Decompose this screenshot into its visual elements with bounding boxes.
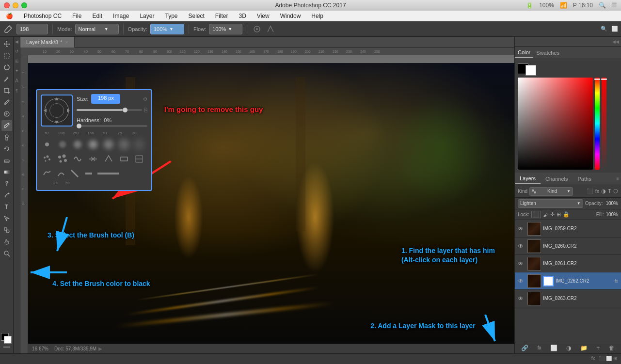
tab-channels[interactable]: Channels	[541, 174, 573, 184]
lock-brush-icon[interactable]: 🖌	[543, 212, 548, 218]
type-filter-icon[interactable]: T	[608, 188, 611, 194]
brush-custom-2[interactable]	[87, 153, 99, 165]
opacity-slider[interactable]	[602, 78, 606, 170]
lock-position-icon[interactable]: ✛	[550, 211, 555, 218]
lock-artboard-icon[interactable]: ⊞	[557, 211, 561, 218]
marquee-tool[interactable]	[1, 50, 12, 61]
brush-size-input[interactable]: 198 px	[91, 94, 120, 104]
airbrush-toggle[interactable]	[252, 24, 262, 34]
brush-preset-5[interactable]	[102, 138, 115, 151]
rotate-canvas-icon[interactable]: ↺	[15, 47, 19, 55]
hand-tool[interactable]	[1, 237, 12, 247]
layer-item-0[interactable]: 👁 IMG_0259.CR2	[515, 220, 621, 237]
panel-collapse-icon[interactable]: ◀◀	[612, 39, 619, 44]
brush-preset-2[interactable]	[56, 138, 69, 151]
color-gradient-field[interactable]	[518, 78, 593, 170]
brush-preset-4[interactable]	[87, 138, 99, 151]
menu-layer[interactable]: Layer	[138, 13, 156, 19]
brush-extra-2[interactable]	[55, 167, 67, 180]
brush-preset-6[interactable]	[118, 138, 130, 151]
brush-extra-1[interactable]	[41, 167, 53, 180]
brush-tool-icon[interactable]	[3, 24, 14, 34]
search-tools-icon[interactable]: 🔍	[601, 26, 607, 32]
layer-item-1[interactable]: 👁 IMG_0260.CR2	[515, 237, 621, 255]
tab-paths[interactable]: Paths	[573, 174, 596, 184]
clone-tool[interactable]	[1, 132, 12, 142]
menu-window[interactable]: Window	[278, 13, 303, 19]
layer-item-4[interactable]: 👁 IMG_0263.CR2	[515, 290, 621, 307]
brush-custom-3[interactable]	[102, 153, 115, 165]
magic-wand-tool[interactable]	[1, 74, 12, 84]
opacity-dropdown[interactable]: 100% ▼	[150, 24, 184, 34]
close-button[interactable]	[4, 2, 10, 8]
lock-all-icon[interactable]: 🔒	[563, 211, 570, 218]
layer-mask-thumb-3[interactable]	[543, 276, 554, 286]
pixel-filter-icon[interactable]: ⬛	[587, 188, 593, 194]
delete-layer-icon[interactable]: 🗑	[609, 345, 615, 351]
menu-view[interactable]: View	[255, 13, 271, 19]
toggle-icon-1[interactable]: ◀	[15, 38, 18, 46]
adj-filter-icon[interactable]: ◑	[601, 188, 606, 194]
brush-scatter-2[interactable]	[56, 153, 69, 165]
hue-slider[interactable]	[595, 78, 600, 170]
paragraph-icon[interactable]: ¶	[16, 87, 18, 95]
menu-3d[interactable]: 3D	[237, 13, 248, 19]
minimize-button[interactable]	[13, 2, 18, 8]
brush-custom-4[interactable]	[118, 153, 130, 165]
menu-edit[interactable]: Edit	[90, 13, 104, 19]
crop-tool[interactable]	[1, 85, 12, 96]
type-tool[interactable]: T	[1, 202, 12, 212]
pen-tool[interactable]	[1, 190, 12, 201]
menu-select[interactable]: Select	[186, 13, 206, 19]
eraser-tool[interactable]	[1, 155, 12, 166]
shapes-tool[interactable]	[1, 225, 12, 236]
hardness-slider[interactable]	[77, 125, 147, 127]
opacity-value[interactable]: 100%	[605, 201, 618, 206]
lasso-tool[interactable]	[1, 62, 12, 73]
menu-image[interactable]: Image	[111, 13, 131, 19]
gradient-tool[interactable]	[1, 167, 12, 177]
tab-swatches[interactable]: Swatches	[533, 48, 562, 58]
brush-settings-icon[interactable]: ⚙	[143, 96, 147, 102]
foreground-background-colors[interactable]	[1, 333, 13, 345]
layers-panel-menu[interactable]: ≡	[614, 174, 621, 183]
tab-layers[interactable]: Layers	[515, 174, 541, 184]
visibility-icon-0[interactable]: 👁	[518, 225, 525, 232]
brush-extra-4[interactable]	[82, 167, 95, 180]
hardness-slider-thumb[interactable]	[77, 124, 81, 128]
brush-custom-5[interactable]	[133, 153, 145, 165]
brush-pressure-icon[interactable]	[265, 24, 276, 34]
brush-preset-1[interactable]	[41, 138, 53, 151]
layer-item-3[interactable]: 👁 IMG_0262.CR2 fx	[515, 272, 621, 290]
aa-icon[interactable]: A	[15, 77, 18, 85]
dropper-icon[interactable]: ✦	[15, 67, 19, 75]
kind-dropdown[interactable]: Kind ▼	[529, 187, 573, 196]
add-mask-icon[interactable]: ⬜	[550, 345, 557, 351]
dodge-tool[interactable]	[1, 178, 12, 189]
window-controls[interactable]	[4, 2, 27, 8]
move-tool[interactable]	[1, 39, 12, 49]
zoom-tool[interactable]	[1, 248, 12, 259]
expand-icon[interactable]: ⬜	[611, 26, 618, 32]
brush-preset-7[interactable]	[133, 138, 145, 151]
add-adjustment-icon[interactable]: ◑	[566, 345, 571, 351]
flow-dropdown[interactable]: 100% ▼	[209, 24, 242, 34]
brush-extra-5[interactable]	[96, 167, 120, 180]
history-tool[interactable]	[1, 143, 12, 154]
layer-item-2[interactable]: 👁 IMG_0261.CR2	[515, 255, 621, 272]
menu-icon[interactable]: ☰	[612, 2, 617, 9]
status-arrow-right[interactable]: ▶	[98, 346, 102, 351]
link-layers-icon[interactable]: 🔗	[521, 345, 528, 351]
smart-filter-icon[interactable]: ⬡	[613, 188, 618, 194]
brush-tool[interactable]	[1, 120, 12, 131]
eyedropper-tool[interactable]	[1, 97, 12, 108]
path-select-tool[interactable]	[1, 213, 12, 224]
search-icon[interactable]: 🔍	[599, 2, 606, 9]
visibility-icon-1[interactable]: 👁	[518, 243, 525, 250]
brush-extra-3[interactable]	[68, 167, 81, 180]
size-slider-thumb[interactable]	[123, 108, 127, 112]
tab-color[interactable]: Color	[515, 47, 533, 58]
size-slider[interactable]	[77, 109, 142, 111]
brush-scatter-1[interactable]	[41, 153, 53, 165]
menu-file[interactable]: File	[70, 13, 83, 19]
